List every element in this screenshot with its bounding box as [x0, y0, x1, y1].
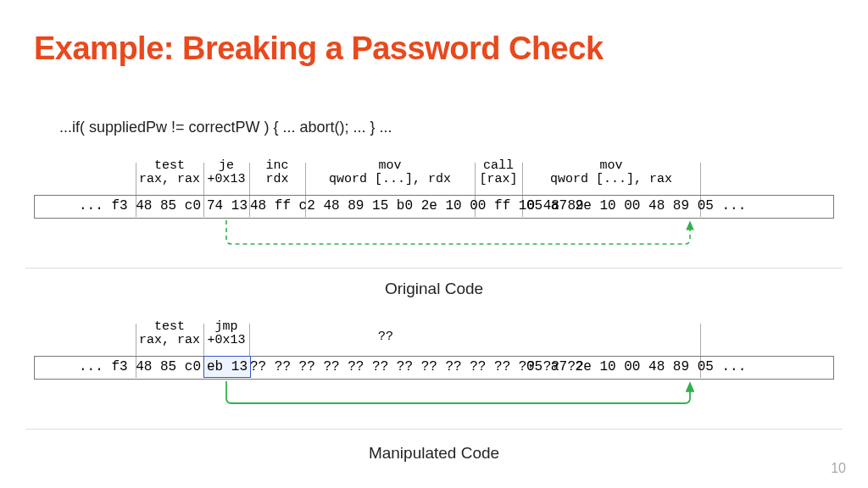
slide-title: Example: Breaking a Password Check [34, 30, 604, 67]
byte-strip-original: ... f3 48 85 c0 74 13 48 ff c2 48 89 15 … [34, 195, 834, 219]
page-number: 10 [831, 461, 846, 476]
byte-strip-manipulated: ... f3 48 85 c0 eb 13 ?? ?? ?? ?? ?? ?? … [34, 356, 834, 380]
jump-arrow-original [34, 219, 834, 252]
instruction-labels-original: test rax, rax je +0x13 inc rdx mov qword… [34, 159, 834, 195]
jump-arrow-manipulated [34, 380, 834, 413]
slide: Example: Breaking a Password Check ...if… [0, 0, 868, 488]
instruction-labels-manipulated: test rax, rax jmp +0x13 ?? [34, 320, 834, 356]
diagram-manipulated: test rax, rax jmp +0x13 ?? ... f3 48 85 … [34, 320, 834, 413]
caption-manipulated: Manipulated Code [0, 444, 868, 463]
source-code-line: ...if( suppliedPw != correctPW ) { ... a… [59, 119, 392, 136]
patched-opcode: eb 13 [204, 357, 250, 377]
caption-original: Original Code [0, 280, 868, 298]
diagram-original: test rax, rax je +0x13 inc rdx mov qword… [34, 159, 834, 252]
